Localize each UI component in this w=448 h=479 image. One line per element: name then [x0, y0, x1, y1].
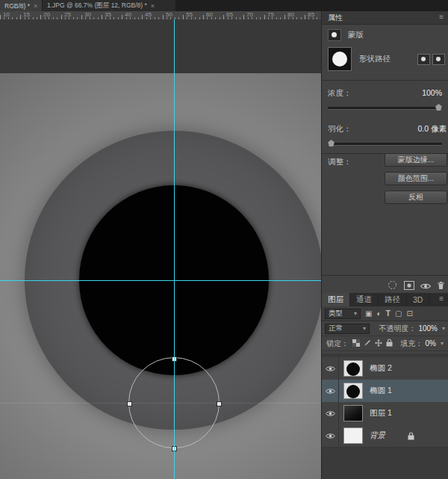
path-anchor-right[interactable]	[217, 401, 222, 407]
invert-button[interactable]: 反相	[385, 191, 447, 204]
mask-edge-button[interactable]: 蒙版边缘...	[385, 153, 447, 167]
density-value[interactable]: 100%	[422, 88, 442, 97]
shape-path-label: 形状路径	[359, 54, 391, 64]
chevron-down-icon[interactable]: ▾	[441, 340, 444, 347]
delete-mask-trash-icon[interactable]	[437, 279, 445, 293]
horizontal-guide[interactable]	[0, 280, 321, 281]
tab-3d[interactable]: 3D	[407, 293, 429, 306]
right-panel: 属性 ≡ 蒙版 形状路径 浓度： 100% 羽化： 0.0 像素 调整：	[321, 11, 448, 479]
panel-menu-icon[interactable]: ≡	[439, 293, 448, 306]
document-tabbar: RGB/8) * × 1.JPG @ 66.7% (图层 12, RGB/8) …	[0, 0, 448, 11]
load-selection-icon[interactable]	[388, 279, 397, 293]
visibility-eye-icon[interactable]	[322, 357, 339, 380]
fill-label: 填充：	[401, 339, 423, 349]
vector-mask-thumbnail[interactable]	[328, 47, 352, 71]
lock-transparency-icon[interactable]	[352, 339, 360, 348]
document-canvas[interactable]	[0, 19, 321, 479]
filter-shape-icon[interactable]: ▢	[395, 310, 402, 318]
panel-menu-icon[interactable]: ≡	[439, 13, 444, 21]
mask-panel-footer	[322, 278, 448, 291]
mask-property-row: 蒙版	[328, 29, 364, 41]
color-range-button[interactable]: 颜色范围...	[385, 172, 447, 185]
adjust-label: 调整：	[328, 157, 352, 167]
photoshop-window: RGB/8) * × 1.JPG @ 66.7% (图层 12, RGB/8) …	[0, 0, 448, 479]
blend-mode-select[interactable]: 正常 ▾	[325, 324, 370, 334]
filter-kind-select[interactable]: 类型 ▾	[325, 309, 361, 319]
chevron-down-icon: ▾	[354, 310, 357, 317]
blend-mode-row: 正常 ▾ 不透明度： 100% ▾	[322, 321, 448, 336]
chevron-down-icon: ▾	[363, 325, 366, 332]
filter-smart-icon[interactable]: ⊡	[406, 310, 412, 318]
layer-row-ellipse-2[interactable]: 椭圆 2	[322, 357, 448, 380]
fill-value[interactable]: 0%	[426, 339, 436, 347]
density-slider[interactable]	[328, 107, 442, 110]
disable-mask-eye-icon[interactable]	[420, 279, 431, 293]
document-tab-1[interactable]: RGB/8) * ×	[0, 0, 42, 11]
mask-label: 蒙版	[348, 30, 364, 40]
divider	[322, 80, 448, 81]
lock-label: 锁定：	[326, 339, 349, 349]
feather-label: 羽化：	[328, 124, 352, 135]
feather-slider-handle[interactable]	[328, 140, 335, 146]
chevron-down-icon[interactable]: ▾	[442, 325, 445, 332]
background-lock-icon	[408, 432, 414, 440]
properties-panel-header: 属性 ≡	[322, 11, 448, 25]
layer-name: 椭圆 1	[370, 386, 392, 396]
pixel-mask-icon[interactable]	[417, 54, 430, 65]
lock-row: 锁定： 填充： 0% ▾	[322, 336, 448, 351]
close-icon[interactable]: ×	[34, 2, 37, 10]
lock-all-icon[interactable]	[386, 339, 393, 348]
blend-mode-value: 正常	[329, 324, 343, 333]
visibility-eye-icon[interactable]	[322, 402, 339, 424]
filter-pixel-icon[interactable]: ▣	[365, 310, 372, 318]
layer-filter-row: 类型 ▾ ▣ ◐ T ▢ ⊡	[322, 306, 448, 321]
close-icon[interactable]: ×	[151, 2, 155, 10]
vector-mask-icon[interactable]	[432, 54, 445, 65]
path-anchor-left[interactable]	[127, 401, 132, 407]
layer-thumbnail[interactable]	[343, 383, 363, 399]
visibility-eye-icon[interactable]	[322, 380, 339, 402]
vertical-guide[interactable]	[174, 19, 175, 479]
layer-row-background[interactable]: 背景	[322, 424, 448, 448]
density-label: 浓度：	[328, 88, 352, 99]
apply-mask-icon[interactable]	[404, 279, 414, 293]
document-tab-1-label: RGB/8) *	[4, 2, 30, 10]
feather-value[interactable]: 0.0 像素	[417, 124, 447, 135]
shape-path-row: 形状路径	[328, 46, 445, 72]
layer-thumbnail[interactable]	[343, 427, 363, 444]
feather-slider[interactable]	[328, 143, 442, 146]
tab-channels[interactable]: 通道	[350, 293, 379, 306]
layer-name: 背景	[370, 430, 385, 441]
document-tab-2-label: 1.JPG @ 66.7% (图层 12, RGB/8) *	[47, 1, 147, 10]
layer-row-layer-1[interactable]: 图层 1	[322, 402, 448, 425]
layers-panel-tabbar: 图层 通道 路径 3D ≡	[322, 293, 448, 306]
layer-name: 图层 1	[370, 408, 392, 418]
tab-layers[interactable]: 图层	[322, 293, 350, 306]
visibility-eye-icon[interactable]	[322, 424, 339, 447]
filter-type-icon[interactable]: T	[386, 309, 391, 318]
divider	[322, 275, 448, 276]
lock-position-move-icon[interactable]	[375, 339, 382, 348]
lock-pixels-brush-icon[interactable]	[364, 339, 371, 348]
mask-thumbnail-icon	[328, 29, 341, 41]
layer-thumbnail[interactable]	[343, 405, 363, 421]
document-tab-2[interactable]: 1.JPG @ 66.7% (图层 12, RGB/8) * ×	[43, 0, 175, 11]
properties-panel-title: 属性	[328, 13, 343, 23]
layer-name: 椭圆 2	[370, 363, 392, 374]
density-slider-handle[interactable]	[435, 104, 442, 111]
filter-kind-value: 类型	[329, 309, 343, 318]
opacity-value[interactable]: 100%	[418, 324, 438, 333]
opacity-label: 不透明度：	[379, 324, 416, 334]
layer-row-ellipse-1[interactable]: 椭圆 1	[322, 380, 448, 403]
filter-adjustment-icon[interactable]: ◐	[376, 310, 381, 318]
layer-thumbnail[interactable]	[343, 360, 363, 377]
tab-paths[interactable]: 路径	[379, 293, 407, 306]
